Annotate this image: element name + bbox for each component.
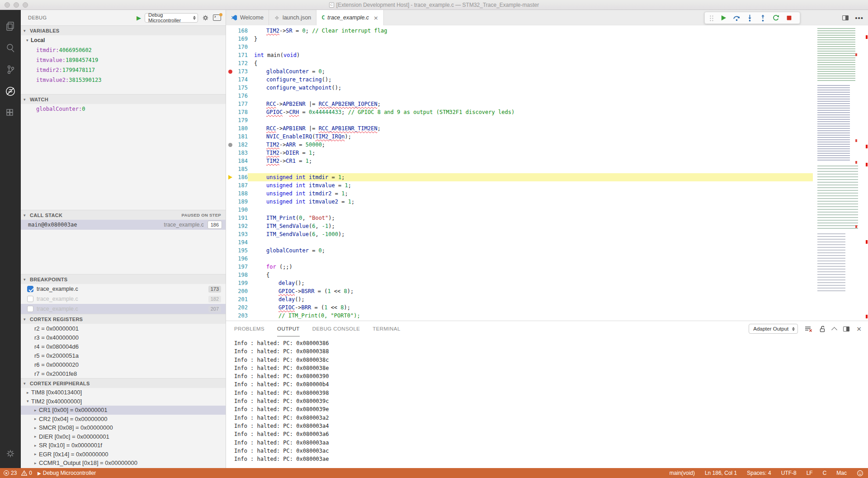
peripheral-row[interactable]: ▸TIM8 [0x40013400] xyxy=(21,388,226,397)
split-panel-icon[interactable] xyxy=(843,327,849,331)
breakpoint-row[interactable]: trace_example.c207 xyxy=(21,304,226,314)
watch-section-header[interactable]: ▾WATCH xyxy=(21,94,226,104)
output-log[interactable]: Info : halted: PC: 0x08000386Info : halt… xyxy=(226,336,868,468)
minimize-window-button[interactable] xyxy=(14,2,19,8)
watch-row[interactable]: globalCounter: 0 xyxy=(21,104,226,114)
breakpoint-row[interactable]: trace_example.c182 xyxy=(21,294,226,304)
tab-trace-example[interactable]: C trace_example.c × xyxy=(316,10,384,25)
code-line[interactable]: 178GPIOC->CRH = 0x44444433; // GPIOC 8 a… xyxy=(226,108,813,116)
code-line[interactable]: 184TIM2->CR1 = 1; xyxy=(226,157,813,165)
code-line[interactable]: 168TIM2->SR = 0; // Clear interrupt flag xyxy=(226,27,813,35)
code-line[interactable]: 182TIM2->ARR = 50000; xyxy=(226,141,813,149)
register-row[interactable]: r4 = 0x080004d6 xyxy=(21,342,226,351)
close-window-button[interactable] xyxy=(5,2,10,8)
scope-row[interactable]: ▾Local xyxy=(21,35,226,45)
settings-gear-icon[interactable] xyxy=(0,443,21,464)
indentation-setting[interactable]: Spaces: 4 xyxy=(747,470,771,476)
platform-indicator[interactable]: Mac xyxy=(836,470,847,476)
code-line[interactable]: 175configure_watchpoint(); xyxy=(226,84,813,92)
output-channel-select[interactable]: Adapter Output xyxy=(749,324,798,334)
peripheral-register-row[interactable]: ▸DIER [0x0c] = 0x00000001 xyxy=(21,432,226,441)
register-row[interactable]: r3 = 0x40000000 xyxy=(21,333,226,342)
code-line[interactable]: 186unsigned int itmdir = 1; xyxy=(226,173,813,181)
debug-console-icon[interactable] xyxy=(213,14,221,21)
code-line[interactable]: 196 xyxy=(226,255,813,263)
language-mode[interactable]: C xyxy=(823,470,827,476)
unlock-icon[interactable] xyxy=(819,326,826,332)
close-tab-icon[interactable]: × xyxy=(373,14,378,21)
window-controls[interactable] xyxy=(5,2,28,8)
code-line[interactable]: 180RCC->APB1ENR |= RCC_APB1ENR_TIM2EN; xyxy=(226,124,813,133)
callstack-section-header[interactable]: ▾CALL STACK PAUSED ON STEP xyxy=(21,210,226,220)
source-control-icon[interactable] xyxy=(0,59,21,80)
code-line[interactable]: 181NVIC_EnableIRQ(TIM2_IRQn); xyxy=(226,133,813,141)
start-debug-button[interactable]: ▶ xyxy=(137,14,141,21)
restart-button[interactable] xyxy=(772,14,780,22)
step-into-button[interactable] xyxy=(746,14,754,22)
code-line[interactable]: 203// ITM_Print(0, "PORT0"); xyxy=(226,312,813,320)
registers-section-header[interactable]: ▾CORTEX REGISTERS xyxy=(21,314,226,324)
code-line[interactable]: 198{ xyxy=(226,271,813,279)
code-line[interactable]: 185 xyxy=(226,165,813,173)
code-line[interactable]: 194 xyxy=(226,238,813,246)
configure-gear-icon[interactable] xyxy=(202,14,209,22)
clear-output-icon[interactable] xyxy=(805,326,812,332)
code-editor[interactable]: 168TIM2->SR = 0; // Clear interrupt flag… xyxy=(226,25,868,321)
debug-session-status[interactable]: ▶ Debug Microcontroller xyxy=(38,470,96,476)
code-line[interactable]: 174configure_tracing(); xyxy=(226,76,813,84)
stack-frame-row[interactable]: main@0x080003ae trace_example.c 186 xyxy=(21,220,226,230)
peripheral-register-row[interactable]: ▸CR1 [0x00] = 0x00000001 xyxy=(21,406,226,415)
variable-row[interactable]: itmvalue: 1898457419 xyxy=(21,55,226,65)
debug-configuration-select[interactable]: Debug Microcontroller xyxy=(145,13,198,23)
tab-output[interactable]: OUTPUT xyxy=(277,321,300,336)
stop-button[interactable] xyxy=(785,14,793,22)
code-line[interactable]: 170 xyxy=(226,43,813,51)
code-line[interactable]: 192ITM_SendValue(6, -1); xyxy=(226,222,813,230)
debug-icon[interactable] xyxy=(0,80,21,102)
maximize-panel-icon[interactable] xyxy=(831,327,837,333)
split-editor-icon[interactable] xyxy=(842,15,849,20)
peripherals-section-header[interactable]: ▾CORTEX PERIPHERALS xyxy=(21,378,226,388)
code-line[interactable]: 200GPIOC->BSRR = (1 << 8); xyxy=(226,287,813,295)
peripheral-register-row[interactable]: ▸CR2 [0x04] = 0x00000000 xyxy=(21,415,226,424)
breakpoint-checkbox[interactable] xyxy=(27,286,33,292)
problems-status[interactable]: 23 0 xyxy=(4,470,32,476)
peripheral-register-row[interactable]: ▸CCMR1_Output [0x18] = 0x00000000 xyxy=(21,459,226,468)
register-row[interactable]: r2 = 0x00000001 xyxy=(21,324,226,333)
tab-terminal[interactable]: TERMINAL xyxy=(373,321,400,336)
more-actions-icon[interactable]: ••• xyxy=(855,14,863,22)
toolbar-drag-handle-icon[interactable] xyxy=(709,14,714,21)
code-line[interactable]: 190 xyxy=(226,206,813,214)
step-out-button[interactable] xyxy=(759,14,767,22)
breakpoint-checkbox[interactable] xyxy=(27,296,33,302)
eol-setting[interactable]: LF xyxy=(807,470,813,476)
breakpoint-row[interactable]: trace_example.c173 xyxy=(21,284,226,294)
search-icon[interactable] xyxy=(0,37,21,59)
variable-row[interactable]: itmdir: 4066950602 xyxy=(21,45,226,55)
code-line[interactable]: 189unsigned int itmvalue2 = 1; xyxy=(226,198,813,206)
tab-debug-console[interactable]: DEBUG CONSOLE xyxy=(312,321,360,336)
peripheral-register-row[interactable]: ▸SMCR [0x08] = 0x00000000 xyxy=(21,423,226,432)
encoding-setting[interactable]: UTF-8 xyxy=(781,470,797,476)
peripheral-register-row[interactable]: ▸SR [0x10] = 0x0000001f xyxy=(21,441,226,450)
variable-row[interactable]: itmvalue2: 3815390123 xyxy=(21,75,226,85)
peripheral-register-row[interactable]: ▸EGR [0x14] = 0x00000000 xyxy=(21,450,226,459)
code-line[interactable]: 188unsigned int itmdir2 = 1; xyxy=(226,189,813,198)
code-line[interactable]: 172{ xyxy=(226,59,813,67)
code-line[interactable]: 183TIM2->DIER = 1; xyxy=(226,149,813,157)
peripheral-row[interactable]: ▾TIM2 [0x40000000] xyxy=(21,397,226,406)
minimap[interactable] xyxy=(816,25,863,321)
tab-problems[interactable]: PROBLEMS xyxy=(234,321,264,336)
code-line[interactable]: 197for (;;) xyxy=(226,263,813,271)
close-panel-icon[interactable]: × xyxy=(856,325,862,332)
continue-button[interactable] xyxy=(720,14,727,22)
code-line[interactable]: 169} xyxy=(226,35,813,43)
code-line[interactable]: 177RCC->APB2ENR |= RCC_APB2ENR_IOPCEN; xyxy=(226,100,813,108)
breakpoints-section-header[interactable]: ▾BREAKPOINTS xyxy=(21,274,226,284)
code-line[interactable]: 195globalCounter = 0; xyxy=(226,246,813,255)
register-row[interactable]: r5 = 0x2000051a xyxy=(21,351,226,360)
tab-launch-json[interactable]: launch.json xyxy=(269,10,316,25)
code-line[interactable]: 201delay(); xyxy=(226,295,813,303)
cursor-position[interactable]: Ln 186, Col 1 xyxy=(705,470,737,476)
code-line[interactable]: 171int main(void) xyxy=(226,51,813,59)
